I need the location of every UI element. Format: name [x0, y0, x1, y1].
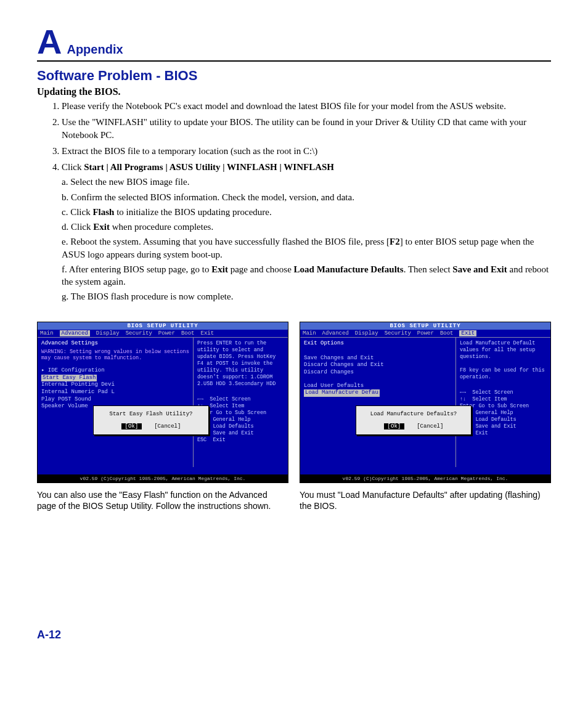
bios-menu-2: Main Advanced Display Security Power Boo…: [300, 330, 550, 337]
step-1: Please verify the Notebook PC's exact mo…: [62, 100, 551, 112]
bios-title: BIOS SETUP UTILITY: [38, 322, 288, 330]
appendix-letter: A: [37, 25, 62, 59]
bios-item-save: Save Changes and Exit: [304, 355, 452, 362]
screenshot-left-col: BIOS SETUP UTILITY Main Advanced Display…: [37, 322, 288, 511]
bios-left-panel-2: Exit Options Save Changes and Exit Disca…: [300, 338, 456, 467]
caption-left: You can also use the "Easy Flash" functi…: [37, 489, 288, 511]
sub-f-mid2: . Then select: [404, 264, 453, 274]
sub-b: b. Confirm the selected BIOS information…: [62, 191, 551, 203]
bios-help-panel: Press ENTER to run the utility to select…: [194, 338, 288, 467]
bios-body-2: Exit Options Save Changes and Exit Disca…: [300, 337, 550, 467]
sub-d-bold: Exit: [93, 222, 110, 232]
bios-help-panel-2: Load Manufacture Default values for all …: [456, 338, 550, 467]
bios-menu: Main Advanced Display Security Power Boo…: [38, 330, 288, 337]
popup-cancel: [Cancel]: [154, 423, 181, 429]
bios-menu2-advanced: Advanced: [322, 330, 349, 336]
bios-item-loadmfg: Load Manufacture Defau: [304, 389, 380, 397]
bios-menu2-security: Security: [385, 330, 411, 336]
bios-menu-security: Security: [126, 330, 152, 336]
popup-text: Start Easy Flash Utility?: [105, 411, 197, 417]
bios-popup-easyflash: Start Easy Flash Utility? [Ok] [Cancel]: [93, 405, 209, 435]
bios-item-discard-exit: Discard Changes and Exit: [304, 362, 452, 369]
bios-menu-power: Power: [158, 330, 175, 336]
step-3: Extract the BIOS file to a temporary loc…: [62, 145, 551, 157]
popup-ok: [Ok]: [121, 423, 142, 429]
bios-menu-display: Display: [96, 330, 120, 336]
bios-menu-exit: Exit: [200, 330, 214, 336]
sub-d: d. Click Exit when procedure completes.: [62, 221, 551, 233]
sub-steps: a. Select the new BIOS image file. b. Co…: [62, 176, 551, 303]
step-4: Click Start | All Programs | ASUS Utilit…: [62, 161, 551, 303]
bios-help-text: Press ENTER to run the utility to select…: [197, 340, 284, 388]
bios-nav-keys-2: ←→ Select Screen ↑↓ Select Item Enter Go…: [460, 389, 547, 437]
page-number: A-12: [37, 629, 551, 641]
bios-popup-loadmfg: Load Manufacture Defaults? [Ok] [Cancel]: [356, 405, 472, 435]
bios-menu2-boot: Boot: [440, 330, 454, 336]
sub-c-pre: c. Click: [62, 207, 92, 217]
bios-nav-keys: ←→ Select Screen ↑↓ Select Item Enter Go…: [197, 396, 284, 444]
bios-screenshot-advanced: BIOS SETUP UTILITY Main Advanced Display…: [37, 322, 288, 483]
bios-left-panel: Advanced Settings WARNING: Setting wrong…: [38, 338, 194, 467]
bios-item-loaduser: Load User Defaults: [304, 383, 452, 390]
bios-footer-2: v02.59 (C)Copyright 1985-2005, American …: [300, 474, 550, 482]
bios-menu2-exit: Exit: [459, 330, 476, 336]
sub-g: g. The BIOS flash procedure is now compl…: [62, 290, 551, 303]
bios-item-discard: Discard Changes: [304, 369, 452, 376]
bios-menu-advanced: Advanced: [60, 330, 90, 336]
appendix-label: Appendix: [67, 43, 123, 57]
bios-left-heading: Advanced Settings: [41, 340, 189, 346]
sub-d-pre: d. Click: [62, 222, 93, 232]
bios-menu2-display: Display: [355, 330, 378, 336]
sub-f-b1: Exit: [211, 264, 228, 274]
section-subtitle: Updating the BIOS.: [37, 86, 551, 97]
steps-list: Please verify the Notebook PC's exact mo…: [62, 100, 551, 303]
sub-f-mid: page and choose: [228, 264, 294, 274]
sub-c: c. Click Flash to initialize the BIOS up…: [62, 206, 551, 218]
sub-c-bold: Flash: [92, 207, 114, 217]
bios-item-pointing: Internal Pointing Devi: [41, 381, 189, 389]
step-4-prefix: Click: [62, 162, 84, 172]
sub-e: e. Reboot the system. Assuming that you …: [62, 235, 551, 261]
bios-body: Advanced Settings WARNING: Setting wrong…: [38, 337, 288, 467]
sub-f: f. After entering BIOS setup page, go to…: [62, 263, 551, 288]
sub-e-bold: F2: [390, 237, 400, 246]
sub-c-post: to initialize the BIOS updating procedur…: [114, 207, 271, 217]
popup-text-2: Load Manufacture Defaults?: [367, 411, 460, 417]
bios-item-post: Play POST Sound: [41, 396, 189, 404]
bios-item-numpad: Internal Numeric Pad L: [41, 389, 189, 396]
bios-menu2-power: Power: [417, 330, 434, 336]
appendix-header: A Appendix: [37, 25, 551, 62]
screenshots-row: BIOS SETUP UTILITY Main Advanced Display…: [37, 322, 551, 511]
bios-menu2-main: Main: [303, 330, 316, 336]
bios-left-heading-2: Exit Options: [304, 340, 452, 346]
bios-help-text-2: Load Manufacture Default values for all …: [460, 340, 547, 381]
section-title: Software Problem - BIOS: [37, 68, 551, 84]
bios-screenshot-exit: BIOS SETUP UTILITY Main Advanced Display…: [300, 322, 551, 483]
bios-title-2: BIOS SETUP UTILITY: [300, 322, 550, 330]
bios-item-easyflash: Start Easy Flash: [41, 375, 97, 382]
sub-a: a. Select the new BIOS image file.: [62, 176, 551, 188]
bios-item-ide: ▸ IDE Configuration: [41, 367, 189, 375]
sub-d-post: when procedure completes.: [110, 222, 213, 232]
sub-f-b3: Save and Exit: [452, 264, 507, 274]
popup-cancel-2: [Cancel]: [417, 423, 443, 429]
bios-menu-boot: Boot: [181, 330, 195, 336]
bios-warning-text: WARNING: Setting wrong values in below s…: [41, 349, 189, 361]
screenshot-right-col: BIOS SETUP UTILITY Main Advanced Display…: [300, 322, 551, 511]
bios-menu-main: Main: [40, 330, 54, 336]
bios-warning: WARNING: Setting wrong values in below s…: [41, 349, 189, 361]
step-4-path: Start | All Programs | ASUS Utility | WI…: [84, 162, 334, 172]
popup-ok-2: [Ok]: [384, 423, 405, 429]
sub-f-pre: f. After entering BIOS setup page, go to: [62, 264, 211, 274]
sub-e-pre: e. Reboot the system. Assuming that you …: [62, 237, 390, 246]
sub-f-b2: Load Manufacture Defaults: [294, 264, 404, 274]
caption-right: You must "Load Manufacture Defaults" aft…: [300, 489, 551, 511]
step-2: Use the "WINFLASH" utility to update you…: [62, 116, 551, 141]
bios-footer: v02.59 (C)Copyright 1985-2005, American …: [38, 474, 288, 482]
